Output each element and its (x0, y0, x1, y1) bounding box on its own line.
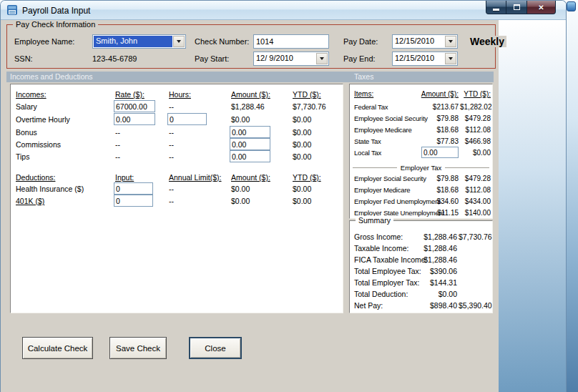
income-hours: -- (169, 152, 174, 161)
health-insurance-input[interactable] (114, 182, 153, 195)
taxes-col-header-amount: Amount ($): (418, 90, 459, 98)
minimize-button[interactable] (486, 1, 506, 14)
income-amount: $0.00 (231, 115, 250, 124)
pay-start-dropdown-arrow-icon[interactable] (316, 53, 328, 64)
pay-start-value: 12/ 9/2010 (254, 52, 315, 65)
taxes-header-row: Items: Amount ($): YTD ($): (350, 90, 492, 99)
taxes-col-header-items: Items: (354, 90, 373, 98)
tax-ytd: $1,282.02 (460, 103, 491, 111)
deduction-amount: $0.00 (231, 185, 250, 193)
summary-panel: Summary Gross Income: $1,288.46 $7,730.7… (349, 220, 493, 313)
incomes-col-header-hours: Hours: (169, 90, 191, 99)
income-rate: -- (115, 152, 120, 161)
desktop: { "window": { "title": "Payroll Data Inp… (0, 0, 578, 392)
incomes-header-row: Incomes: Rate ($): Hours: Amount ($): YT… (11, 90, 343, 99)
deduction-ytd: $0.00 (293, 185, 311, 193)
summary-label: Net Pay: (354, 301, 383, 310)
deductions-col-header-amount: Amount ($): (231, 173, 270, 182)
tax-amount: $79.88 (418, 175, 459, 182)
summary-label: Gross Income: (354, 232, 403, 241)
employee-name-dropdown-arrow-icon[interactable] (173, 36, 185, 47)
tax-ytd: $0.00 (460, 149, 491, 157)
tax-ytd: $479.28 (460, 114, 491, 122)
window-client-area: Pay Check Information Employee Name: Smi… (1, 20, 566, 392)
employee-name-value: Smith, John (94, 36, 172, 47)
overtime-hours-input[interactable] (167, 113, 207, 125)
close-window-button[interactable] (526, 1, 556, 14)
paycheck-info-group: Pay Check Information Employee Name: Smi… (6, 24, 496, 69)
check-number-input[interactable] (253, 34, 329, 49)
pay-start-dropdown[interactable]: 12/ 9/2010 (253, 52, 329, 66)
deductions-col-header-input: Input: (115, 173, 134, 182)
income-label: Tips (16, 152, 29, 161)
window-title: Payroll Data Input (22, 6, 90, 16)
maximize-button[interactable] (506, 1, 526, 14)
tax-row-state: State Tax $77.83 $466.98 (350, 137, 492, 147)
summary-ytd: $5,390.40 (459, 301, 491, 310)
tax-ytd: $466.98 (460, 137, 491, 145)
income-label: Overtime Hourly (16, 115, 70, 124)
tax-label: Employer Medicare (354, 186, 410, 194)
income-row-commissions: Commissions -- -- $0.00 (11, 140, 343, 150)
tax-label: Employer Social Security (354, 175, 426, 182)
employee-name-label: Employee Name: (14, 37, 74, 46)
pay-date-dropdown-arrow-icon[interactable] (445, 36, 456, 47)
deduction-label: Health Insurance ($) (16, 185, 84, 193)
income-label: Commissions (16, 140, 61, 149)
summary-amount: $1,288.46 (404, 255, 457, 264)
pay-end-label: Pay End: (343, 54, 376, 63)
tax-amount: $18.68 (418, 126, 459, 134)
deduction-limit: -- (169, 197, 174, 205)
summary-label: Taxable Income: (354, 244, 408, 253)
title-bar[interactable]: Payroll Data Input (1, 1, 566, 20)
calculate-check-button[interactable]: Calculate Check (22, 337, 93, 359)
overtime-rate-input[interactable] (114, 113, 155, 125)
payroll-form: Pay Check Information Employee Name: Smi… (1, 20, 499, 392)
desktop-icon[interactable] (567, 1, 576, 11)
deduction-ytd: $0.00 (293, 197, 311, 205)
taxes-section-header: Taxes (354, 72, 373, 81)
income-label: Salary (16, 102, 37, 111)
tax-ytd: $434.00 (460, 197, 491, 205)
employer-tax-group-label: Employer Tax (397, 164, 445, 172)
income-rate: -- (115, 128, 120, 137)
incomes-deductions-section-header: Incomes and Deductions (10, 72, 93, 81)
tips-amount-input[interactable] (230, 150, 270, 162)
tax-row-employee-medicare: Employee Medicare $18.68 $112.08 (350, 126, 492, 135)
tax-ytd: $479.28 (460, 175, 491, 182)
pay-date-dropdown[interactable]: 12/15/2010 (392, 34, 458, 49)
deduction-row-401k: 401K ($) -- $0.00 $0.00 (11, 197, 343, 206)
income-ytd: $0.00 (293, 152, 311, 161)
pay-end-dropdown-arrow-icon[interactable] (445, 53, 456, 64)
check-number-label: Check Number: (195, 37, 249, 46)
deduction-401k-link[interactable]: 401K ($) (16, 197, 44, 205)
bonus-amount-input[interactable] (230, 126, 270, 138)
close-icon (538, 3, 544, 11)
employee-name-dropdown[interactable]: Smith, John (92, 34, 186, 49)
section-header-bar: Incomes and Deductions Taxes (6, 72, 494, 82)
tax-row-employer-fed-unemployment: Employer Fed Unemployment $34.60 $434.00 (350, 197, 492, 207)
commissions-amount-input[interactable] (230, 138, 270, 150)
tax-ytd: $112.08 (460, 126, 491, 134)
minimize-icon (493, 9, 499, 11)
tax-label: Local Tax (354, 149, 381, 157)
pay-date-value: 12/15/2010 (393, 35, 444, 48)
tax-row-employer-medicare: Employer Medicare $18.68 $112.08 (350, 186, 492, 195)
deductions-col-header-name: Deductions: (16, 173, 55, 182)
pay-frequency-label: Weekly (468, 36, 506, 47)
tax-row-employer-ss: Employer Social Security $79.88 $479.28 (350, 175, 492, 184)
deductions-col-header-ytd: YTD ($): (293, 173, 321, 182)
save-check-button[interactable]: Save Check (109, 337, 167, 359)
pay-end-dropdown[interactable]: 12/15/2010 (392, 52, 458, 66)
local-tax-input[interactable] (421, 147, 459, 158)
summary-row-total-employer-tax: Total Employer Tax: $144.31 (350, 278, 492, 288)
taxes-panel: Items: Amount ($): YTD ($): Federal Tax … (349, 84, 493, 219)
deduction-row-health-insurance: Health Insurance ($) -- $0.00 $0.00 (11, 185, 343, 194)
tax-amount: $213.67 (418, 103, 459, 111)
summary-amount: $0.00 (404, 290, 457, 298)
401k-input[interactable] (114, 195, 153, 207)
incomes-col-header-rate: Rate ($): (115, 90, 144, 99)
pay-date-label: Pay Date: (343, 37, 378, 46)
close-button[interactable]: Close (189, 337, 242, 359)
salary-rate-input[interactable] (114, 100, 155, 112)
